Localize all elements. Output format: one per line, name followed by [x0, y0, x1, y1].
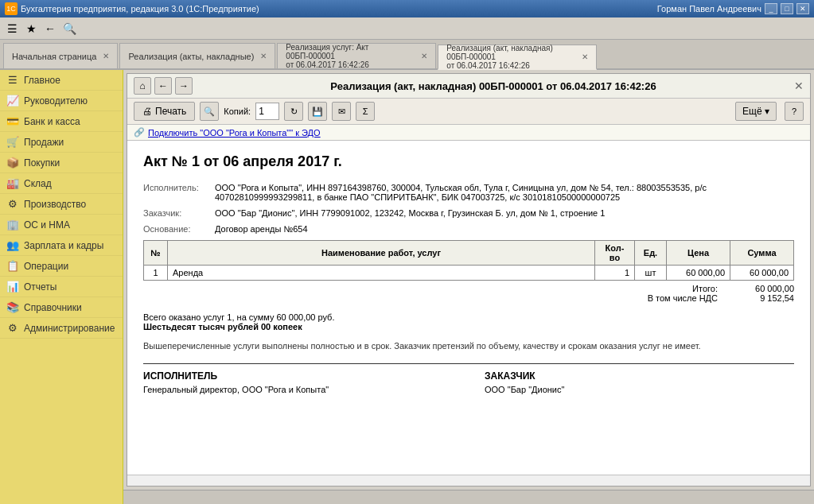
title-bar-left: 1С Бухгалтерия предприятия, редакция 3.0… — [5, 2, 259, 15]
print-button[interactable]: 🖨 Печать — [134, 102, 195, 121]
user-name: Горман Павел Андреевич — [657, 4, 761, 14]
sidebar-admin-label: Администрирование — [24, 323, 115, 334]
executor-row: Исполнитель: ООО "Рога и Копыта", ИНН 89… — [143, 183, 794, 202]
sidebar-warehouse-label: Склад — [24, 178, 52, 189]
back-nav-button[interactable]: ← — [154, 77, 172, 95]
copies-input[interactable] — [255, 103, 279, 120]
horizontal-scrollbar[interactable] — [127, 475, 810, 486]
sidebar-item-os[interactable]: 🏢 ОС и НМА — [0, 215, 123, 235]
forward-nav-button[interactable]: → — [175, 77, 193, 95]
row-total: 60 000,00 — [730, 266, 794, 281]
sigma-button[interactable]: Σ — [356, 102, 375, 121]
sidebar-item-purchases[interactable]: 📦 Покупки — [0, 153, 123, 173]
status-bar — [123, 490, 814, 504]
sidebar-item-bank[interactable]: 💳 Банк и касса — [0, 111, 123, 132]
back-icon[interactable]: ← — [41, 20, 59, 37]
menu-icon[interactable]: ☰ — [3, 20, 21, 37]
sidebar-bank-label: Банк и касса — [24, 116, 80, 127]
row-price: 60 000,00 — [667, 266, 730, 281]
executor-sig-block: ИСПОЛНИТЕЛЬ Генеральный директор, ООО "Р… — [143, 370, 453, 394]
sales-icon: 🛒 — [6, 136, 19, 148]
main-icon: ☰ — [6, 74, 19, 86]
minimize-button[interactable]: _ — [765, 3, 777, 14]
send-email-button[interactable]: ↻ — [284, 102, 303, 121]
basis-value: Договор аренды №654 — [215, 224, 794, 234]
table-row: 1 Аренда 1 шт 60 000,00 60 000,00 — [144, 266, 794, 281]
envelope-button[interactable]: ✉ — [332, 102, 351, 121]
customer-value: ООО "Бар "Дионис", ИНН 7799091002, 12324… — [215, 208, 794, 218]
preview-button[interactable]: 🔍 — [200, 102, 219, 121]
home-nav-button[interactable]: ⌂ — [134, 77, 151, 95]
tab-service-close[interactable]: ✕ — [421, 52, 427, 60]
row-name: Аренда — [168, 266, 595, 281]
sidebar-production-label: Производство — [24, 199, 86, 210]
search-icon[interactable]: 🔍 — [60, 20, 78, 37]
signatures-section: ИСПОЛНИТЕЛЬ Генеральный директор, ООО "Р… — [143, 370, 794, 394]
salary-icon: 👥 — [6, 239, 19, 251]
tab-realization-close[interactable]: ✕ — [260, 52, 267, 60]
sidebar-item-reports[interactable]: 📊 Отчеты — [0, 277, 123, 297]
sidebar-item-manager[interactable]: 📈 Руководителю — [0, 91, 123, 111]
sidebar-item-production[interactable]: ⚙ Производство — [0, 194, 123, 215]
top-toolbar: ☰ ★ ← 🔍 — [0, 17, 814, 40]
tab-home[interactable]: Начальная страница ✕ — [3, 43, 118, 68]
tab-act-close[interactable]: ✕ — [582, 52, 588, 61]
row-unit: шт — [635, 266, 667, 281]
tab-home-label: Начальная страница — [12, 52, 96, 61]
sidebar-item-admin[interactable]: ⚙ Администрирование — [0, 318, 123, 339]
sidebar-item-salary[interactable]: 👥 Зарплата и кадры — [0, 235, 123, 256]
sidebar-item-main[interactable]: ☰ Главное — [0, 70, 123, 91]
eshche-button[interactable]: Ещё ▾ — [735, 102, 777, 121]
main-layout: ☰ Главное 📈 Руководителю 💳 Банк и касса … — [0, 70, 814, 504]
title-bar: 1С Бухгалтерия предприятия, редакция 3.0… — [0, 0, 814, 17]
sidebar-item-references[interactable]: 📚 Справочники — [0, 297, 123, 318]
customer-label: Заказчик: — [143, 208, 215, 218]
eshche-label: Ещё ▾ — [742, 106, 769, 117]
app-title: Бухгалтерия предприятия, редакция 3.0 (1… — [21, 4, 259, 14]
copies-label: Копий: — [224, 107, 251, 116]
title-bar-right: Горман Павел Андреевич _ □ ✕ — [657, 3, 809, 14]
sidebar-item-operations[interactable]: 📋 Операции — [0, 256, 123, 277]
sidebar-main-label: Главное — [24, 75, 60, 86]
sidebar-item-sales[interactable]: 🛒 Продажи — [0, 132, 123, 153]
content-area: ⌂ ← → Реализация (акт, накладная) 00БП-0… — [123, 70, 814, 504]
agreement-text: Вышеперечисленные услуги выполнены полно… — [143, 341, 794, 351]
os-icon: 🏢 — [6, 219, 19, 231]
star-icon[interactable]: ★ — [22, 20, 40, 37]
help-button[interactable]: ? — [785, 102, 804, 121]
totals-section: Итого: 60 000,00 В том числе НДС 9 152,5… — [143, 284, 794, 303]
summary-words: Шестьдесят тысяч рублей 00 копеек — [143, 322, 794, 331]
print-icon: 🖨 — [142, 106, 152, 117]
row-qty: 1 — [595, 266, 635, 281]
sidebar-operations-label: Операции — [24, 261, 68, 272]
save-button[interactable]: 💾 — [308, 102, 327, 121]
col-total: Сумма — [730, 241, 794, 266]
customer-row: Заказчик: ООО "Бар "Дионис", ИНН 7799091… — [143, 208, 794, 218]
sidebar-item-warehouse[interactable]: 🏭 Склад — [0, 173, 123, 194]
tab-act[interactable]: Реализация (акт, накладная) 00БП-000001о… — [438, 45, 597, 70]
tab-home-close[interactable]: ✕ — [103, 52, 109, 60]
production-icon: ⚙ — [6, 198, 19, 210]
maximize-button[interactable]: □ — [781, 3, 793, 14]
itogo-label: Итого: — [692, 284, 718, 293]
warehouse-icon: 🏭 — [6, 177, 19, 189]
nds-label: В том числе НДС — [648, 293, 718, 303]
doc-header: ⌂ ← → Реализация (акт, накладная) 00БП-0… — [127, 74, 810, 99]
doc-close-button[interactable]: ✕ — [794, 79, 804, 92]
summary-text: Всего оказано услуг 1, на сумму 60 000,0… — [143, 312, 794, 322]
purchases-icon: 📦 — [6, 157, 19, 169]
customer-sig-title: ЗАКАЗЧИК — [485, 370, 794, 382]
close-button[interactable]: ✕ — [796, 3, 809, 14]
tab-realization[interactable]: Реализация (акты, накладные) ✕ — [119, 43, 275, 68]
bank-icon: 💳 — [6, 115, 19, 127]
sidebar: ☰ Главное 📈 Руководителю 💳 Банк и касса … — [0, 70, 123, 504]
edo-link[interactable]: Подключить "ООО "Рога и Копыта"" к ЭДО — [148, 128, 321, 138]
summary-section: Всего оказано услуг 1, на сумму 60 000,0… — [143, 312, 794, 331]
tab-service[interactable]: Реализация услуг: Акт 00БП-000001от 06.0… — [277, 43, 436, 68]
tab-realization-label: Реализация (акты, накладные) — [128, 52, 254, 61]
itogo-value: 60 000,00 — [730, 284, 794, 293]
tabs-row: Начальная страница ✕ Реализация (акты, н… — [0, 40, 814, 70]
sidebar-manager-label: Руководителю — [24, 95, 88, 107]
sidebar-os-label: ОС и НМА — [24, 219, 70, 231]
tab-act-label: Реализация (акт, накладная) 00БП-000001о… — [446, 44, 575, 70]
